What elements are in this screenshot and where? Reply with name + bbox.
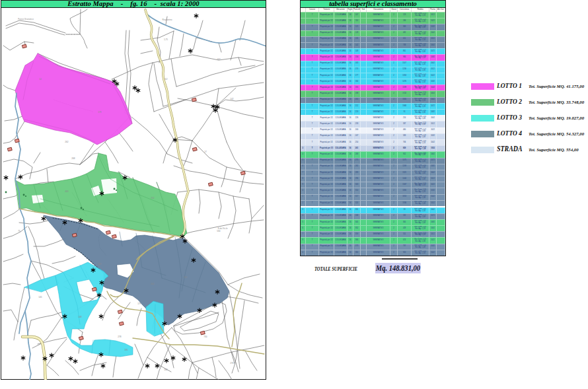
svg-text:167: 167 (217, 58, 221, 61)
svg-text:262: 262 (65, 141, 69, 143)
svg-text:252: 252 (151, 197, 155, 199)
svg-text:1,75: 1,75 (164, 38, 168, 41)
svg-text:14: 14 (39, 78, 42, 81)
svg-text:142: 142 (230, 98, 234, 100)
svg-text:17: 17 (204, 151, 207, 153)
svg-text:148: 148 (78, 316, 82, 318)
svg-text:Fosso Granatico: Fosso Granatico (18, 17, 34, 20)
svg-text:463: 463 (65, 190, 69, 193)
svg-text:532: 532 (184, 276, 188, 279)
svg-text:179: 179 (137, 302, 141, 305)
svg-text:Rispastino: Rispastino (163, 18, 172, 21)
svg-text:185: 185 (124, 349, 128, 351)
svg-text:112: 112 (164, 78, 167, 81)
svg-text:276: 276 (230, 362, 234, 365)
svg-text:145: 145 (38, 296, 42, 299)
svg-text:75: 75 (18, 230, 20, 232)
svg-text:182: 182 (164, 369, 168, 371)
svg-text:278: 278 (118, 336, 122, 338)
svg-text:730: 730 (203, 336, 207, 338)
svg-text:179: 179 (98, 111, 102, 114)
svg-text:112: 112 (217, 302, 220, 305)
svg-text:268: 268 (71, 157, 75, 160)
svg-text:404: 404 (151, 283, 155, 285)
svg-text:530: 530 (217, 230, 221, 232)
svg-text:449: 449 (98, 263, 102, 265)
